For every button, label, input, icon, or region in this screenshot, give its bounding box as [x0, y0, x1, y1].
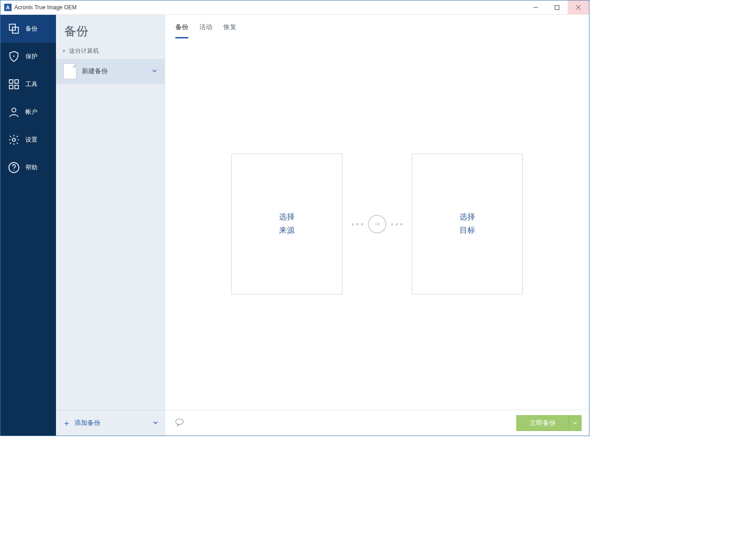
- sidebar-item-settings[interactable]: 设置: [0, 126, 56, 154]
- app-window: A Acronis True Image OEM 备份: [0, 0, 589, 436]
- dots-right: [391, 223, 403, 225]
- select-source-card[interactable]: 选择 来源: [231, 154, 342, 294]
- add-backup-button[interactable]: 添加备份: [74, 419, 148, 427]
- sidebar-item-label: 帐户: [25, 108, 37, 116]
- group-this-computer[interactable]: ▼ 这台计算机: [56, 43, 165, 59]
- user-icon: [8, 106, 20, 118]
- sidebar-item-account[interactable]: 帐户: [0, 98, 56, 126]
- sidebar-item-help[interactable]: 帮助: [0, 154, 56, 181]
- svg-rect-7: [15, 80, 19, 83]
- tab-recovery[interactable]: 恢复: [223, 23, 236, 38]
- body: 备份 保护 工具 帐户: [0, 15, 589, 436]
- dots-left: [352, 223, 363, 225]
- group-label: 这台计算机: [69, 47, 99, 55]
- list-spacer: [56, 84, 165, 410]
- grid-icon: [8, 78, 20, 90]
- target-label: 选择 目标: [459, 211, 475, 237]
- svg-point-12: [9, 162, 19, 173]
- plus-icon: ＋: [62, 418, 70, 429]
- sidebar-item-label: 备份: [25, 25, 37, 33]
- svg-rect-1: [555, 6, 559, 10]
- list-title: 备份: [64, 23, 156, 39]
- titlebar-left: A Acronis True Image OEM: [0, 4, 525, 11]
- help-icon: [8, 162, 20, 174]
- gear-icon: [8, 134, 20, 146]
- collapse-icon: ▼: [62, 49, 66, 54]
- backup-config-canvas: 选择 来源 选择 目标: [165, 38, 589, 410]
- sidebar-item-label: 保护: [25, 52, 37, 61]
- sidebar-item-label: 设置: [25, 136, 37, 144]
- svg-point-13: [13, 170, 14, 171]
- main-content: 备份 活动 恢复 选择 来源: [165, 15, 589, 436]
- source-label: 选择 来源: [279, 211, 295, 237]
- sidebar-item-backup[interactable]: 备份: [0, 15, 56, 43]
- window-controls: [525, 0, 589, 14]
- svg-rect-8: [9, 85, 13, 89]
- svg-rect-6: [9, 80, 13, 83]
- list-footer: ＋ 添加备份: [56, 410, 165, 436]
- document-icon: [63, 63, 76, 79]
- list-header: 备份: [56, 15, 165, 43]
- minimize-button[interactable]: [525, 0, 546, 14]
- add-backup-dropdown[interactable]: [153, 419, 158, 427]
- chat-icon[interactable]: [174, 417, 185, 429]
- main-footer: 立即备份: [165, 410, 589, 436]
- sidebar-item-tools[interactable]: 工具: [0, 70, 56, 98]
- tab-backup[interactable]: 备份: [175, 23, 188, 38]
- sidebar-item-label: 工具: [25, 80, 37, 88]
- backup-now-dropdown[interactable]: [569, 415, 582, 431]
- shield-icon: [8, 50, 20, 62]
- backup-icon: [8, 23, 20, 35]
- backup-now-button[interactable]: 立即备份: [516, 415, 569, 431]
- titlebar: A Acronis True Image OEM: [0, 0, 589, 15]
- primary-action-group: 立即备份: [516, 415, 582, 431]
- backup-item-name: 新建备份: [82, 67, 146, 75]
- tabs: 备份 活动 恢复: [165, 15, 589, 38]
- svg-rect-14: [176, 419, 184, 424]
- close-button[interactable]: [568, 0, 589, 14]
- chevron-down-icon[interactable]: [152, 68, 157, 75]
- svg-rect-9: [15, 85, 19, 89]
- sidebar-item-label: 帮助: [25, 163, 37, 172]
- svg-point-10: [12, 108, 16, 112]
- arrow-right-icon: [368, 215, 386, 233]
- app-title: Acronis True Image OEM: [14, 4, 77, 11]
- tab-activity[interactable]: 活动: [199, 23, 212, 38]
- backup-list-panel: 备份 ▼ 这台计算机 新建备份 ＋ 添加备份: [56, 15, 165, 436]
- app-icon: A: [4, 4, 12, 11]
- backup-list-item[interactable]: 新建备份: [56, 59, 165, 84]
- arrow-indicator: [352, 215, 403, 233]
- maximize-button[interactable]: [546, 0, 568, 14]
- select-target-card[interactable]: 选择 目标: [412, 154, 523, 294]
- sidebar-item-protection[interactable]: 保护: [0, 43, 56, 70]
- sidebar: 备份 保护 工具 帐户: [0, 15, 56, 436]
- svg-point-11: [12, 138, 16, 142]
